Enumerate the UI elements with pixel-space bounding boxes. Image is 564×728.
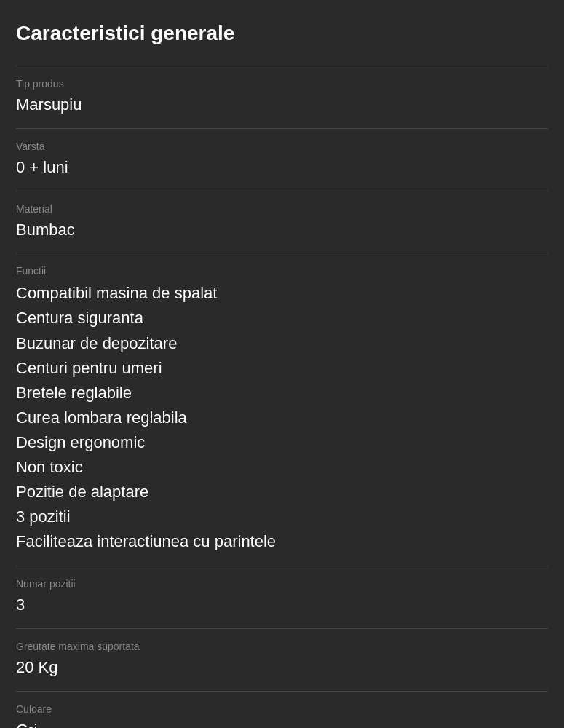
- value-varsta: 0 + luni: [16, 157, 548, 179]
- section-numar-pozitii: Numar pozitii3: [16, 566, 548, 628]
- section-material: MaterialBumbac: [16, 191, 548, 253]
- list-item: Curea lombara reglabila: [16, 405, 548, 430]
- list-item: Centuri pentru umeri: [16, 356, 548, 381]
- value-tip-produs: Marsupiu: [16, 94, 548, 116]
- label-numar-pozitii: Numar pozitii: [16, 578, 548, 590]
- section-tip-produs: Tip produsMarsupiu: [16, 66, 548, 128]
- list-item: Faciliteaza interactiunea cu parintele: [16, 529, 548, 554]
- value-material: Bumbac: [16, 219, 548, 242]
- list-item: Design ergonomic: [16, 430, 548, 455]
- label-functii: Functii: [16, 265, 548, 277]
- list-item: Bretele reglabile: [16, 381, 548, 405]
- value-numar-pozitii: 3: [16, 594, 548, 617]
- list-item: Non toxic: [16, 455, 548, 480]
- list-item: Compatibil masina de spalat: [16, 281, 548, 306]
- list-item: 3 pozitii: [16, 505, 548, 529]
- section-culoare: CuloareGri: [16, 691, 548, 728]
- label-material: Material: [16, 203, 548, 215]
- list-item: Buzunar de depozitare: [16, 331, 548, 356]
- label-greutate: Greutate maxima suportata: [16, 641, 548, 652]
- value-functii: Compatibil masina de spalatCentura sigur…: [16, 281, 548, 554]
- section-greutate: Greutate maxima suportata20 Kg: [16, 628, 548, 691]
- label-tip-produs: Tip produs: [16, 78, 548, 90]
- value-culoare: Gri: [16, 719, 548, 728]
- value-greutate: 20 Kg: [16, 657, 548, 679]
- page-title: Caracteristici generale: [16, 22, 548, 45]
- label-culoare: Culoare: [16, 703, 548, 715]
- section-varsta: Varsta0 + luni: [16, 128, 548, 191]
- section-functii: FunctiiCompatibil masina de spalatCentur…: [16, 253, 548, 566]
- label-varsta: Varsta: [16, 141, 548, 152]
- list-item: Pozitie de alaptare: [16, 480, 548, 505]
- list-item: Centura siguranta: [16, 306, 548, 331]
